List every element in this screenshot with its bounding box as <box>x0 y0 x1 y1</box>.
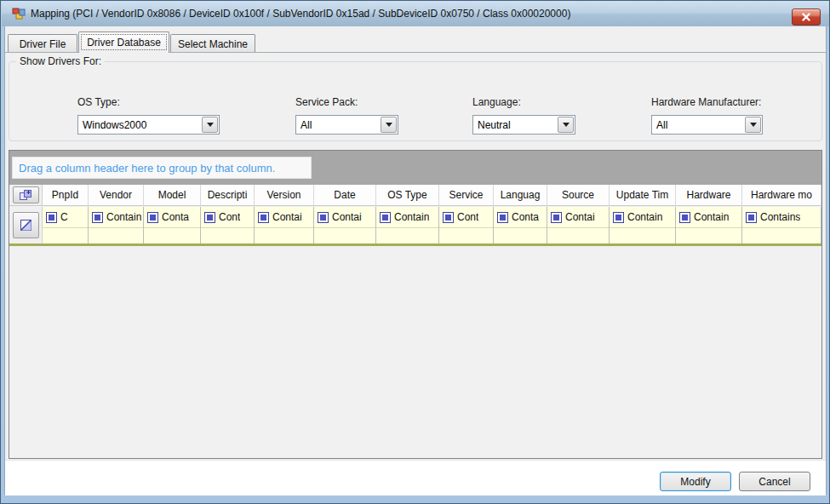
filter-value-input[interactable] <box>144 227 200 243</box>
filter-condition-button[interactable]: Conta <box>494 207 547 227</box>
column-header-languag[interactable]: Languag <box>494 185 547 205</box>
column-header-vendor[interactable]: Vendor <box>89 185 144 205</box>
filter-condition-button[interactable]: Conta <box>144 207 200 227</box>
filter-condition-label: Contain <box>394 211 429 223</box>
filter-condition-button[interactable]: C <box>43 207 88 227</box>
filter-condition-icon <box>92 212 103 223</box>
filter-cell-vendor: Contain <box>89 207 144 243</box>
groupbox-title: Show Drivers For: <box>16 55 105 67</box>
filter-value-input[interactable] <box>494 227 547 243</box>
chevron-down-icon <box>563 123 570 127</box>
filter-condition-button[interactable]: Contain <box>376 207 438 227</box>
column-header-pnpid[interactable]: PnpId <box>43 185 89 205</box>
filter-condition-icon <box>746 212 757 223</box>
column-header-os-type[interactable]: OS Type <box>376 185 439 205</box>
filter-value-input[interactable] <box>89 227 143 243</box>
grid-filter-row: CContainContaContContaiContaiContainCont… <box>9 207 821 243</box>
filter-value-input[interactable] <box>676 227 741 243</box>
tab-driver-file[interactable]: Driver File <box>8 34 77 52</box>
chevron-down-icon <box>386 123 392 127</box>
filter-condition-button[interactable]: Contain <box>676 207 741 227</box>
filter-condition-icon <box>497 212 508 223</box>
filter-cell-pnpid: C <box>43 207 89 243</box>
filter-cell-hardware-mo: Contains <box>742 207 821 243</box>
hardware-manufacturer-dropdown-button[interactable] <box>745 117 761 133</box>
filter-condition-label: Contai <box>565 211 595 223</box>
column-header-service[interactable]: Service <box>439 185 494 205</box>
column-header-version[interactable]: Version <box>255 185 314 205</box>
os-type-select[interactable]: Windows2000 <box>77 115 220 135</box>
filter-cell-source: Contai <box>547 207 610 243</box>
filter-condition-label: C <box>60 211 68 223</box>
filter-condition-label: Contai <box>332 211 362 223</box>
filter-condition-label: Contain <box>627 211 662 223</box>
language-value: Neutral <box>473 119 557 131</box>
filter-condition-icon <box>204 212 215 223</box>
filter-condition-button[interactable]: Contai <box>314 207 375 227</box>
filter-condition-button[interactable]: Contai <box>255 207 313 227</box>
column-header-update-tim[interactable]: Update Tim <box>610 185 676 205</box>
filter-value-input[interactable] <box>255 227 313 243</box>
filter-value-input[interactable] <box>376 227 438 243</box>
hardware-manufacturer-label: Hardware Manufacturer: <box>651 96 761 108</box>
service-pack-value: All <box>296 119 380 131</box>
filter-cell-version: Contai <box>255 207 314 243</box>
filter-condition-button[interactable]: Cont <box>201 207 254 227</box>
filter-condition-button[interactable]: Contain <box>610 207 675 227</box>
close-button[interactable] <box>792 9 821 26</box>
filter-condition-icon <box>147 212 158 223</box>
column-chooser-button[interactable] <box>13 186 39 203</box>
filter-value-input[interactable] <box>742 227 821 243</box>
os-type-value: Windows2000 <box>78 119 201 131</box>
column-header-model[interactable]: Model <box>144 185 201 205</box>
winforms-app-icon <box>12 7 26 20</box>
group-by-panel[interactable]: Drag a column header here to group by th… <box>9 151 821 185</box>
filter-condition-icon <box>380 212 391 223</box>
filter-value-input[interactable] <box>610 227 675 243</box>
hardware-manufacturer-select[interactable]: All <box>651 115 763 135</box>
column-header-label: Descripti <box>208 189 248 201</box>
modify-button[interactable]: Modify <box>660 472 731 491</box>
cancel-button[interactable]: Cancel <box>739 472 810 491</box>
column-header-source[interactable]: Source <box>547 185 610 205</box>
filter-condition-icon <box>613 212 624 223</box>
filter-condition-button[interactable]: Cont <box>439 207 493 227</box>
language-label: Language: <box>472 96 521 108</box>
window-title: Mapping (PCI / VendorID 0x8086 / DeviceI… <box>31 8 570 20</box>
language-select[interactable]: Neutral <box>472 115 575 135</box>
filter-value-input[interactable] <box>314 227 375 243</box>
filter-value-input[interactable] <box>201 227 254 243</box>
filter-value-input[interactable] <box>547 227 609 243</box>
filter-cell-service: Cont <box>439 207 494 243</box>
filter-cell-os-type: Contain <box>376 207 439 243</box>
grid-body-empty <box>9 246 821 458</box>
filter-condition-label: Contains <box>760 211 800 223</box>
filter-cell-descripti: Cont <box>201 207 255 243</box>
clear-filter-button[interactable] <box>13 212 39 238</box>
column-header-hardware-mo[interactable]: Hardware mo <box>742 185 821 205</box>
tab-driver-database[interactable]: Driver Database <box>78 32 169 53</box>
column-header-descripti[interactable]: Descripti <box>201 185 255 205</box>
column-header-label: Date <box>334 189 355 201</box>
filter-condition-label: Conta <box>512 211 539 223</box>
filter-condition-button[interactable]: Contain <box>89 207 143 227</box>
show-drivers-groupbox: Show Drivers For: OS Type: Windows2000 S… <box>9 61 822 141</box>
filter-condition-button[interactable]: Contains <box>742 207 821 227</box>
filter-condition-label: Conta <box>162 211 189 223</box>
column-header-date[interactable]: Date <box>314 185 376 205</box>
filter-condition-label: Contain <box>694 211 729 223</box>
os-type-dropdown-button[interactable] <box>202 117 218 133</box>
tab-select-machine[interactable]: Select Machine <box>170 34 255 52</box>
filter-condition-button[interactable]: Contai <box>547 207 609 227</box>
filter-value-input[interactable] <box>43 227 88 243</box>
filter-value-input[interactable] <box>439 227 493 243</box>
row-indicator-header-cell <box>9 185 43 205</box>
os-type-label: OS Type: <box>77 96 120 108</box>
column-header-hardware[interactable]: Hardware <box>676 185 742 205</box>
close-icon <box>801 13 811 21</box>
service-pack-select[interactable]: All <box>295 115 398 135</box>
service-pack-dropdown-button[interactable] <box>381 117 397 133</box>
language-dropdown-button[interactable] <box>558 117 574 133</box>
filter-condition-label: Contai <box>272 211 302 223</box>
filter-condition-label: Cont <box>457 211 478 223</box>
